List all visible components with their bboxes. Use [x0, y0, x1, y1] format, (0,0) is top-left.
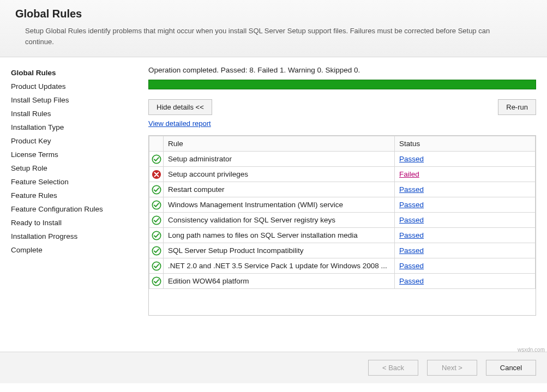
status-link[interactable]: Passed — [399, 246, 424, 255]
rule-name: Consistency validation for SQL Server re… — [164, 213, 395, 228]
operation-summary: Operation completed. Passed: 8. Failed 1… — [148, 66, 536, 80]
rule-name: Restart computer — [164, 182, 395, 197]
check-icon — [149, 152, 164, 167]
status-link[interactable]: Passed — [399, 277, 424, 285]
rule-status: Passed — [395, 258, 536, 274]
rules-table: Rule Status Setup administratorPassedSet… — [149, 136, 536, 289]
col-status[interactable]: Status — [395, 136, 536, 152]
table-row: Setup account privilegesFailed — [149, 167, 536, 182]
sidebar-step[interactable]: Ready to Install — [11, 216, 135, 230]
sidebar-step[interactable]: Feature Configuration Rules — [11, 202, 135, 216]
rule-name: SQL Server Setup Product Incompatibility — [164, 243, 395, 258]
next-button[interactable]: Next > — [427, 360, 477, 376]
col-rule[interactable]: Rule — [164, 136, 395, 152]
rule-status: Passed — [395, 228, 536, 243]
sidebar-step[interactable]: Complete — [11, 243, 135, 257]
rule-name: Setup account privileges — [164, 167, 395, 182]
rule-status: Passed — [395, 197, 536, 213]
table-row: Long path names to files on SQL Server i… — [149, 228, 536, 243]
rule-name: Edition WOW64 platform — [164, 274, 395, 289]
table-row: Setup administratorPassed — [149, 152, 536, 167]
rule-name: Setup administrator — [164, 152, 395, 167]
status-link[interactable]: Passed — [399, 201, 424, 209]
cancel-button[interactable]: Cancel — [486, 360, 536, 376]
table-row: Consistency validation for SQL Server re… — [149, 213, 536, 228]
sidebar-step[interactable]: Global Rules — [11, 66, 135, 80]
rule-status: Passed — [395, 213, 536, 228]
back-button[interactable]: < Back — [368, 360, 418, 376]
sidebar-step[interactable]: Feature Selection — [11, 175, 135, 189]
status-link[interactable]: Passed — [399, 262, 424, 270]
sidebar-step[interactable]: Setup Role — [11, 161, 135, 175]
table-row: Restart computerPassed — [149, 182, 536, 197]
sidebar-step[interactable]: Installation Type — [11, 120, 135, 134]
table-empty-space — [149, 289, 536, 315]
check-icon — [149, 258, 164, 274]
sidebar-step[interactable]: Install Setup Files — [11, 93, 135, 107]
check-icon — [149, 197, 164, 213]
sidebar-step[interactable]: Install Rules — [11, 107, 135, 120]
check-icon — [149, 228, 164, 243]
sidebar-step[interactable]: Installation Progress — [11, 230, 135, 243]
rerun-button[interactable]: Re-run — [498, 99, 536, 115]
status-link[interactable]: Passed — [399, 155, 424, 163]
rule-name: Windows Management Instrumentation (WMI)… — [164, 197, 395, 213]
table-row: Edition WOW64 platformPassed — [149, 274, 536, 289]
status-link[interactable]: Failed — [399, 170, 419, 178]
watermark: wsxdn.com — [518, 347, 545, 353]
status-link[interactable]: Passed — [399, 185, 424, 194]
status-link[interactable]: Passed — [399, 216, 424, 224]
view-detailed-report-link[interactable]: View detailed report — [148, 119, 211, 128]
table-row: Windows Management Instrumentation (WMI)… — [149, 197, 536, 213]
status-link[interactable]: Passed — [399, 231, 424, 239]
rules-table-container: Rule Status Setup administratorPassedSet… — [148, 135, 536, 316]
rule-name: .NET 2.0 and .NET 3.5 Service Pack 1 upd… — [164, 258, 395, 274]
page-title: Global Rules — [15, 8, 532, 20]
rule-status: Passed — [395, 274, 536, 289]
error-icon — [149, 167, 164, 182]
progress-bar — [148, 80, 536, 89]
sidebar-step[interactable]: License Terms — [11, 148, 135, 161]
check-icon — [149, 182, 164, 197]
hide-details-button[interactable]: Hide details << — [148, 99, 212, 115]
page-description: Setup Global Rules identify problems tha… — [15, 26, 495, 47]
rule-status: Passed — [395, 152, 536, 167]
check-icon — [149, 243, 164, 258]
rule-status: Passed — [395, 243, 536, 258]
wizard-footer: < Back Next > Cancel — [0, 352, 547, 383]
col-icon — [149, 136, 164, 152]
table-row: SQL Server Setup Product Incompatibility… — [149, 243, 536, 258]
check-icon — [149, 213, 164, 228]
rule-name: Long path names to files on SQL Server i… — [164, 228, 395, 243]
check-icon — [149, 274, 164, 289]
table-row: .NET 2.0 and .NET 3.5 Service Pack 1 upd… — [149, 258, 536, 274]
wizard-header: Global Rules Setup Global Rules identify… — [0, 0, 547, 57]
sidebar-step[interactable]: Product Updates — [11, 80, 135, 93]
sidebar-step[interactable]: Product Key — [11, 134, 135, 148]
rule-status: Failed — [395, 167, 536, 182]
wizard-sidebar: Global RulesProduct UpdatesInstall Setup… — [0, 57, 141, 352]
wizard-main: Operation completed. Passed: 8. Failed 1… — [141, 57, 547, 352]
rule-status: Passed — [395, 182, 536, 197]
sidebar-step[interactable]: Feature Rules — [11, 189, 135, 202]
